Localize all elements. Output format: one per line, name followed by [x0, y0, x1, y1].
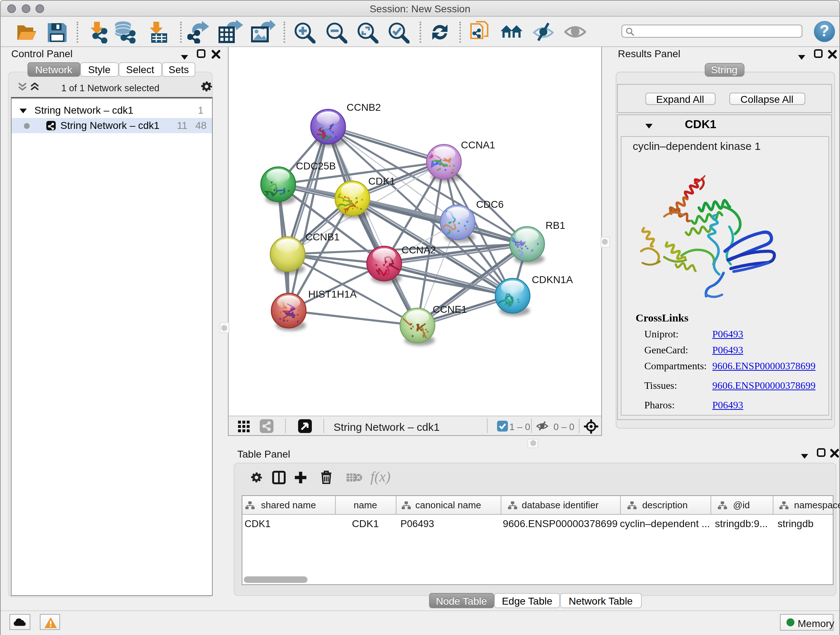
svg-text:CDC25B: CDC25B — [296, 160, 336, 172]
svg-text:CCNB2: CCNB2 — [347, 102, 381, 113]
svg-text:CCNA2: CCNA2 — [401, 244, 436, 256]
svg-text:CDC6: CDC6 — [476, 199, 504, 210]
svg-text:CDK1: CDK1 — [368, 176, 395, 187]
svg-text:CCNE1: CCNE1 — [433, 304, 467, 315]
svg-text:CDKN1A: CDKN1A — [532, 274, 573, 285]
svg-text:HIST1H1A: HIST1H1A — [308, 288, 357, 300]
svg-text:CCNA1: CCNA1 — [461, 139, 495, 150]
svg-text:CCNB1: CCNB1 — [305, 231, 340, 242]
svg-text:RB1: RB1 — [546, 220, 565, 231]
